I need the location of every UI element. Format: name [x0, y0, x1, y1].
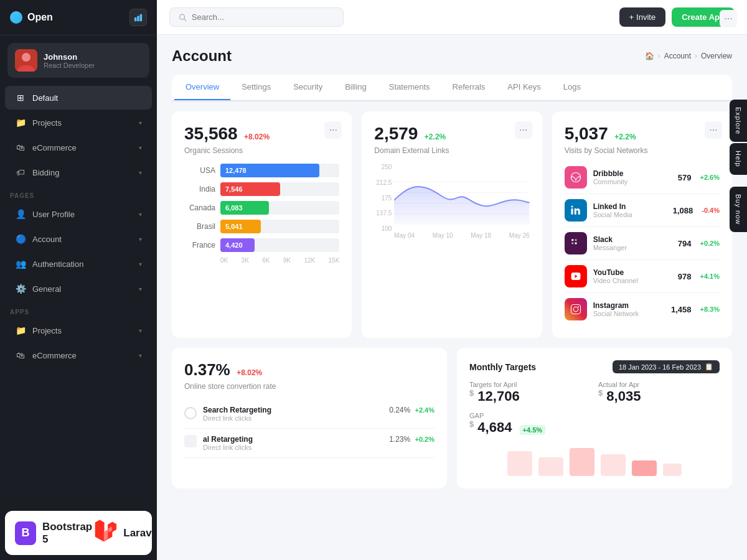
- svg-rect-1: [137, 16, 139, 21]
- main-content: + Invite Create App Account 🏠 › Account …: [157, 0, 747, 560]
- bootstrap-promo: B Bootstrap 5: [15, 521, 95, 546]
- bootstrap-icon: B: [15, 521, 36, 545]
- stat-value: 5,037: [565, 124, 608, 143]
- account-icon: 🔵: [15, 233, 26, 245]
- pages-section-label: PAGES: [0, 185, 157, 202]
- bar-row-france: France 4,420: [184, 238, 339, 252]
- svg-rect-2: [140, 14, 143, 21]
- conversion-card: ··· 0.37% +8.02% Online store convertion…: [172, 348, 447, 488]
- settings-icon: ⚙️: [15, 283, 26, 294]
- sidebar-item-ecommerce[interactable]: 🛍 eCommerce ▾: [5, 136, 152, 159]
- social-item-dribbble: Dribbble Community 579 +2.6%: [565, 161, 720, 194]
- tabs-container: Overview Settings Security Billing State…: [172, 75, 732, 101]
- stat-card-organic-sessions: ··· 35,568 +8.02% Organic Sessions USA 1…: [172, 111, 352, 338]
- svg-rect-22: [538, 457, 563, 476]
- chevron-down-icon: ▾: [139, 327, 142, 334]
- social-item-instagram: Instagram Social Network 1,458 +8.3%: [565, 293, 720, 325]
- svg-rect-12: [571, 208, 573, 215]
- bottom-cards-grid: ··· 0.37% +8.02% Online store convertion…: [172, 348, 732, 488]
- shop-icon: 🛍: [15, 142, 26, 153]
- stat-header: 35,568 +8.02%: [184, 124, 339, 144]
- svg-line-6: [184, 19, 186, 21]
- sidebar-item-app-ecommerce[interactable]: 🛍 eCommerce ▾: [5, 343, 152, 367]
- buy-now-button[interactable]: Buy now: [730, 187, 747, 232]
- search-input[interactable]: [192, 12, 334, 22]
- bar-axis: 0K3K6K9K12K15K: [184, 257, 339, 264]
- svg-rect-25: [632, 460, 657, 476]
- explore-button[interactable]: Explore: [730, 100, 747, 142]
- app-name: Open: [27, 12, 53, 23]
- stat-card-domain-links: ··· 2,579 +2.2% Domain External Links 25…: [362, 111, 542, 338]
- user-role: React Developer: [44, 62, 95, 69]
- y-axis-labels: 250 212.5 175 137.5 100: [374, 164, 392, 232]
- tab-overview[interactable]: Overview: [174, 75, 230, 100]
- home-icon: 🏠: [645, 52, 654, 60]
- stat-change: +2.2%: [425, 133, 446, 141]
- linkedin-icon: [565, 199, 587, 222]
- sidebar-chart-button[interactable]: [129, 9, 147, 26]
- tab-api-keys[interactable]: API Keys: [496, 75, 552, 100]
- tab-billing[interactable]: Billing: [334, 75, 378, 100]
- instagram-icon: [565, 298, 587, 320]
- svg-rect-24: [601, 454, 626, 476]
- tab-statements[interactable]: Statements: [378, 75, 441, 100]
- avatar: [15, 49, 37, 72]
- x-axis-labels: May 04May 10May 18May 26: [394, 232, 529, 239]
- help-button[interactable]: Help: [730, 143, 747, 175]
- sidebar-item-default[interactable]: ⊞ Default: [5, 86, 152, 110]
- sidebar-item-projects[interactable]: 📁 Projects ▾: [5, 111, 152, 134]
- stat-value: 35,568: [184, 124, 238, 143]
- search-box[interactable]: [169, 7, 344, 27]
- bar-chart: USA 12,478 India 7,546 Canada: [184, 164, 339, 264]
- sidebar-item-user-profile[interactable]: 👤 User Profile ▾: [5, 202, 152, 226]
- breadcrumb-account: Account: [664, 52, 691, 60]
- youtube-icon: [565, 265, 587, 287]
- laravel-label: Laravel: [123, 527, 157, 539]
- tab-settings[interactable]: Settings: [230, 75, 282, 100]
- content-area: Account 🏠 › Account › Overview Overview …: [157, 35, 747, 560]
- sidebar-item-bidding[interactable]: 🏷 Bidding ▾: [5, 161, 152, 184]
- dribbble-icon: [565, 166, 587, 189]
- app-logo[interactable]: Open: [10, 11, 53, 24]
- sidebar-item-account[interactable]: 🔵 Account ▾: [5, 227, 152, 251]
- search-icon: [179, 13, 187, 22]
- tab-logs[interactable]: Logs: [552, 75, 592, 100]
- invite-button[interactable]: + Invite: [619, 7, 665, 27]
- sidebar-promo: B Bootstrap 5 Laravel: [0, 506, 157, 560]
- user-name: Johnson: [44, 52, 95, 62]
- sidebar-item-general[interactable]: ⚙️ General ▾: [5, 277, 152, 301]
- sidebar: Open Johnson React Developer ⊞ Default: [0, 0, 157, 560]
- svg-rect-21: [507, 451, 532, 476]
- user-card: Johnson React Developer: [7, 43, 149, 78]
- stat-value: 2,579: [374, 124, 418, 143]
- social-item-linkedin: Linked In Social Media 1,088 -0.4%: [565, 194, 720, 227]
- bar-row-usa: USA 12,478: [184, 164, 339, 177]
- more-button[interactable]: ···: [515, 121, 532, 139]
- breadcrumb-overview: Overview: [701, 52, 732, 60]
- tag-icon: 🏷: [15, 167, 26, 178]
- social-item-youtube: YouTube Video Channel 978 +4.1%: [565, 260, 720, 293]
- conversion-label: Online store convertion rate: [184, 382, 435, 391]
- svg-rect-26: [663, 464, 682, 476]
- chevron-down-icon: ▾: [139, 286, 142, 292]
- retarget-row-email: al Retargeting Direct link clicks 1.23% …: [184, 429, 435, 458]
- svg-rect-15: [575, 239, 576, 241]
- tab-security[interactable]: Security: [282, 75, 334, 100]
- targets-header: Monthly Targets 18 Jan 2023 - 16 Feb 202…: [469, 360, 720, 373]
- chevron-down-icon: ▾: [139, 211, 142, 218]
- date-range: 18 Jan 2023 - 16 Feb 2023 📋: [613, 360, 720, 373]
- bar-row-india: India 7,546: [184, 182, 339, 196]
- svg-rect-17: [575, 243, 576, 245]
- more-button[interactable]: ···: [705, 121, 722, 139]
- more-button[interactable]: ···: [324, 121, 342, 139]
- chevron-down-icon: ▾: [139, 352, 142, 359]
- sidebar-item-authentication[interactable]: 👥 Authentication ▾: [5, 252, 152, 276]
- tab-referrals[interactable]: Referrals: [441, 75, 497, 100]
- stat-label: Visits by Social Networks: [565, 146, 720, 155]
- promo-bar: B Bootstrap 5 Laravel: [5, 511, 152, 555]
- svg-point-20: [578, 306, 579, 307]
- targets-chart: [469, 445, 720, 476]
- sidebar-item-app-projects[interactable]: 📁 Projects ▾: [5, 319, 152, 342]
- slack-icon: [565, 232, 587, 254]
- bar-row-brasil: Brasil 5,041: [184, 220, 339, 233]
